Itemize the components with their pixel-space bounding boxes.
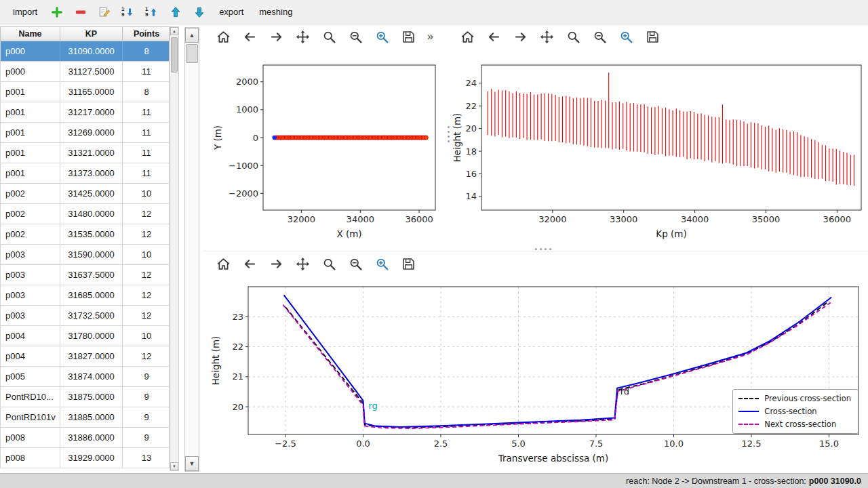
zoom-button[interactable] xyxy=(319,253,339,274)
cell-kp: 31827.0000 xyxy=(60,346,123,366)
add-icon xyxy=(50,5,64,19)
pan-button[interactable] xyxy=(536,26,557,47)
toolbar-overflow-chevron[interactable]: » xyxy=(427,30,433,43)
svg-text:36000: 36000 xyxy=(405,214,433,224)
edit-cross-section-button[interactable] xyxy=(94,3,115,22)
zoom-out-icon xyxy=(593,30,607,44)
panel-scrollbar[interactable]: ▲ ▼ xyxy=(184,27,199,472)
back-button[interactable] xyxy=(239,253,260,274)
cell-kp: 31480.0000 xyxy=(60,204,123,224)
table-row[interactable]: p00131373.000011 xyxy=(0,163,170,184)
svg-text:22: 22 xyxy=(232,342,243,352)
home-button[interactable] xyxy=(213,26,233,47)
move-down-button[interactable] xyxy=(189,3,210,22)
pan-button[interactable] xyxy=(292,253,313,274)
table-row[interactable]: p00231425.000010 xyxy=(0,184,170,204)
table-row[interactable]: p00531874.00009 xyxy=(0,367,170,387)
save-button[interactable] xyxy=(642,26,663,47)
table-scrollbar-thumb[interactable] xyxy=(171,37,178,73)
scroll-up-icon[interactable]: ▲ xyxy=(170,27,178,35)
cell-name: p004 xyxy=(1,346,60,366)
column-header-points[interactable]: Points xyxy=(123,27,170,41)
zoom-icon xyxy=(566,30,580,44)
sort-digits: 1 9 xyxy=(121,7,124,18)
sort-numeric-up-button[interactable]: 1 9 xyxy=(142,3,162,22)
panel-scroll-down-icon[interactable]: ▼ xyxy=(185,456,199,471)
cell-kp: 31685.0000 xyxy=(60,285,123,305)
home-button[interactable] xyxy=(457,26,477,47)
table-row[interactable]: p00131165.00008 xyxy=(0,82,170,102)
panel-scroll-up-icon[interactable]: ▲ xyxy=(185,28,199,43)
cell-name: p002 xyxy=(1,184,60,203)
table-row[interactable]: p00331590.000010 xyxy=(0,245,170,265)
table-row[interactable]: p00031090.00008 xyxy=(0,41,170,62)
table-scrollbar[interactable]: ▲ ▼ xyxy=(170,26,179,471)
zoom-rect-button[interactable] xyxy=(616,26,636,47)
legend-entry: Cross-section xyxy=(738,407,851,416)
table-row[interactable]: p00231480.000012 xyxy=(0,204,170,224)
back-button[interactable] xyxy=(239,26,260,47)
table-row[interactable]: p00231535.000012 xyxy=(0,224,170,245)
import-button[interactable]: import xyxy=(7,4,43,20)
table-row[interactable]: p00831929.000013 xyxy=(0,448,170,468)
cell-kp: 31929.0000 xyxy=(60,448,123,468)
zoom-button[interactable] xyxy=(563,26,583,47)
cell-kp: 31373.0000 xyxy=(60,163,123,183)
add-cross-section-button[interactable] xyxy=(47,3,67,22)
table-row[interactable]: p00131269.000011 xyxy=(0,123,170,143)
zoom-out-button[interactable] xyxy=(345,26,366,47)
move-up-button[interactable] xyxy=(165,3,186,22)
svg-text:Transverse abscissa (m): Transverse abscissa (m) xyxy=(498,453,609,464)
svg-text:14: 14 xyxy=(465,191,477,201)
column-header-name[interactable]: Name xyxy=(1,27,60,41)
forward-button[interactable] xyxy=(510,26,530,47)
table-row[interactable]: p00331637.500012 xyxy=(0,265,170,285)
table-row[interactable]: p00331685.000012 xyxy=(0,285,170,306)
table-row[interactable]: PontRD101v31885.00009 xyxy=(0,407,170,428)
svg-text:rd: rd xyxy=(620,386,629,396)
table-row[interactable]: p00131321.000011 xyxy=(0,143,170,163)
export-button[interactable]: export xyxy=(213,4,250,20)
cell-name: p000 xyxy=(1,41,60,61)
cross-section-plot[interactable]: rgrd−2.50.02.55.07.510.012.515.020212223… xyxy=(203,276,868,474)
plan-view-plot[interactable]: 320003400036000−2000−1000010002000X (m)Y… xyxy=(203,49,446,251)
table-row[interactable]: p00831886.00009 xyxy=(0,428,170,448)
save-button[interactable] xyxy=(398,26,418,47)
forward-button[interactable] xyxy=(266,26,286,47)
table-row[interactable]: p00331732.500012 xyxy=(0,306,170,326)
home-button[interactable] xyxy=(213,253,233,274)
panel-scrollbar-thumb[interactable] xyxy=(186,44,198,63)
svg-text:7.5: 7.5 xyxy=(589,439,604,449)
table-row[interactable]: p00431780.000010 xyxy=(0,326,170,346)
back-button[interactable] xyxy=(484,26,504,47)
cell-name: p001 xyxy=(1,163,60,183)
remove-cross-section-button[interactable] xyxy=(71,3,91,22)
zoom-button[interactable] xyxy=(319,26,339,47)
table-row[interactable]: p00131217.000011 xyxy=(0,102,170,123)
scroll-down-icon[interactable]: ▼ xyxy=(170,462,178,470)
column-header-kp[interactable]: KP xyxy=(60,27,123,41)
cell-kp: 31090.0000 xyxy=(60,41,123,61)
splitter-handle[interactable] xyxy=(535,248,551,250)
zoom-out-button[interactable] xyxy=(345,253,366,274)
cell-points: 13 xyxy=(123,448,170,468)
pan-button[interactable] xyxy=(292,26,313,47)
zoom-out-button[interactable] xyxy=(589,26,610,47)
legend-label: Cross-section xyxy=(764,407,816,416)
pan-icon xyxy=(296,257,310,271)
zoom-rect-button[interactable] xyxy=(372,253,392,274)
meshing-button[interactable]: meshing xyxy=(253,4,298,20)
save-button[interactable] xyxy=(398,253,418,274)
sort-numeric-down-button[interactable]: 1 9 xyxy=(118,3,138,22)
zoom-rect-button[interactable] xyxy=(372,26,392,47)
table-row[interactable]: p00031127.500011 xyxy=(0,62,170,82)
table-row[interactable]: PontRD10...31875.00009 xyxy=(0,387,170,407)
forward-button[interactable] xyxy=(266,253,286,274)
longitudinal-profile-toolbar xyxy=(448,24,868,49)
splitter-handle[interactable] xyxy=(448,126,450,142)
cell-points: 11 xyxy=(123,123,170,142)
cell-points: 9 xyxy=(123,367,170,386)
table-row[interactable]: p00431827.000012 xyxy=(0,346,170,367)
cell-kp: 31535.0000 xyxy=(60,224,123,244)
longitudinal-profile-plot[interactable]: 3200033000340003500036000141618202224Kp … xyxy=(448,49,867,251)
